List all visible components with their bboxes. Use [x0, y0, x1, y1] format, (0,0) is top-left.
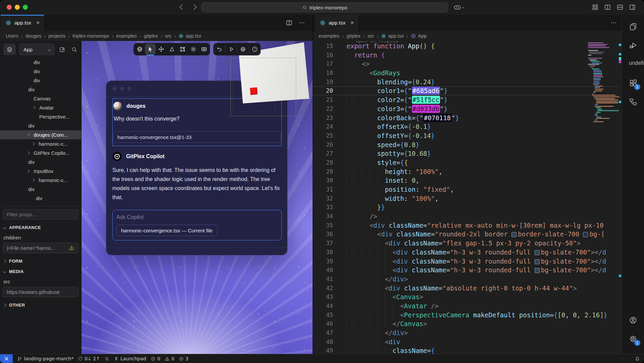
- tree-item-div[interactable]: div: [0, 67, 81, 76]
- tree-item-div[interactable]: div: [0, 194, 81, 203]
- code-line-39[interactable]: 39 <div className="h-3 w-3 rounded-full …: [313, 257, 619, 266]
- tree-item-harmonic-c[interactable]: harmonic-c...: [0, 139, 81, 148]
- cursor-tool-button[interactable]: [145, 44, 156, 55]
- remote-indicator[interactable]: [0, 354, 13, 363]
- code-line-38[interactable]: 38 <div className="h-3 w-3 rounded-full …: [313, 248, 619, 257]
- code-line-33[interactable]: 33 }}: [313, 203, 619, 212]
- status-error-0[interactable]: 0: [151, 356, 160, 361]
- forward-icon[interactable]: [191, 3, 199, 11]
- section-media[interactable]: MEDIA: [3, 269, 81, 274]
- code-line-18[interactable]: 18 <GodRays: [313, 69, 619, 78]
- close-window-button[interactable]: [7, 5, 12, 10]
- scene-viewport[interactable]: ? douges Why doesn't this converge? harm…: [82, 41, 313, 354]
- code-editor[interactable]: Open in Triplex 15export function App() …: [313, 41, 619, 354]
- tree-item-perspective[interactable]: Perspective...: [0, 112, 81, 121]
- status-compare[interactable]: [104, 356, 109, 361]
- breadcrumb-item[interactable]: examples: [116, 33, 137, 39]
- code-line-23[interactable]: 23 colorBack={"#070118"}: [313, 114, 619, 123]
- chevron-right-icon[interactable]: [26, 133, 30, 137]
- search-input[interactable]: triplex-monorepo: [201, 2, 448, 12]
- code-line-34[interactable]: 34 />: [313, 212, 619, 221]
- minimize-window-button[interactable]: [15, 5, 20, 10]
- split-editor-icon[interactable]: [286, 19, 292, 26]
- help-tool-button[interactable]: ?: [249, 44, 260, 55]
- code-line-42[interactable]: 42 <div className="absolute right-0 top-…: [313, 284, 619, 293]
- code-line-46[interactable]: 46 </Canvas>: [313, 319, 619, 328]
- field-input-children[interactable]: {<File name="harmo...: [3, 243, 78, 253]
- tab-app-tsx-left[interactable]: app.tsx ×: [1, 15, 45, 31]
- tree-item-inputbox[interactable]: InputBox: [0, 167, 81, 176]
- code-line-43[interactable]: 43 <Canvas>: [313, 292, 619, 302]
- chevron-right-icon[interactable]: [26, 170, 30, 173]
- back-icon[interactable]: [178, 3, 185, 11]
- activity-references-button[interactable]: [626, 94, 641, 109]
- tab-app-tsx-right[interactable]: app.tsx ×: [315, 15, 359, 31]
- tree-item-avatar[interactable]: Avatar: [0, 103, 81, 112]
- grid-tool-button[interactable]: [199, 44, 209, 55]
- section-appearance[interactable]: APPEARANCE: [3, 225, 81, 230]
- section-other[interactable]: OTHER: [3, 303, 81, 308]
- status-branch-landing-page-march-[interactable]: landing-page-march*: [17, 356, 73, 361]
- move-tool-button[interactable]: [156, 44, 166, 55]
- breadcrumb-item[interactable]: src: [165, 33, 171, 39]
- activity-search-button[interactable]: undefined: [626, 56, 641, 72]
- breadcrumb[interactable]: examples›gitplex›src›app.tsx›App: [313, 31, 644, 41]
- code-line-15[interactable]: 15export function App() {: [313, 42, 619, 51]
- code-line-19[interactable]: 19 blending={0.24}: [313, 78, 619, 87]
- layers-icon[interactable]: [3, 44, 16, 55]
- chevron-right-icon[interactable]: [26, 151, 30, 155]
- tree-item-div[interactable]: div: [0, 185, 81, 194]
- breadcrumb-item[interactable]: app.tsx: [388, 33, 404, 39]
- tree-item-canvas[interactable]: Canvas: [0, 94, 81, 103]
- code-line-30[interactable]: 30 inset: 0,: [313, 176, 619, 185]
- tree-item-douges-com[interactable]: douges (Com...: [0, 130, 81, 139]
- breadcrumb-item[interactable]: projects: [48, 33, 65, 39]
- ask-copilot-input[interactable]: Ask Copilot harmonic-convergence.tsx — C…: [112, 210, 282, 240]
- breadcrumb-item[interactable]: douges: [25, 33, 42, 39]
- breadcrumb[interactable]: Users›douges›projects›triplex-monorepo›e…: [0, 31, 313, 41]
- minimap[interactable]: [588, 42, 619, 354]
- code-line-45[interactable]: 45 <PerspectiveCamera makeDefault positi…: [313, 311, 619, 320]
- code-line-22[interactable]: 22 color3={"#d033db"}: [313, 104, 619, 114]
- code-line-16[interactable]: 16 return (: [313, 51, 619, 60]
- tree-item-div[interactable]: div: [0, 58, 81, 67]
- more-actions-icon[interactable]: [299, 19, 305, 26]
- filter-props-input[interactable]: Filter props...: [3, 209, 78, 220]
- breadcrumb-item[interactable]: triplex-monorepo: [72, 33, 109, 39]
- sidebar-right-icon[interactable]: [629, 4, 636, 11]
- code-line-49[interactable]: 49 className={: [313, 346, 619, 354]
- code-line-41[interactable]: 41 </div>: [313, 275, 619, 284]
- code-line-48[interactable]: 48 <div: [313, 337, 619, 347]
- activity-settings-button[interactable]: 1: [626, 331, 641, 347]
- attachment-chip[interactable]: harmonic-convergence.tsx@1-33: [113, 131, 281, 143]
- layout-grid-icon[interactable]: [592, 4, 599, 11]
- tree-item-harmonic-c[interactable]: harmonic-c...: [0, 176, 81, 185]
- code-line-31[interactable]: 31 position: "fixed",: [313, 185, 619, 194]
- close-icon[interactable]: ×: [36, 19, 40, 26]
- code-line-37[interactable]: 37 <div className="flex gap-1.5 px-3 py-…: [313, 239, 619, 248]
- code-line-40[interactable]: 40 <div className="h-3 w-3 rounded-full …: [313, 266, 619, 275]
- undo-tool-button[interactable]: [214, 44, 225, 55]
- status-sync-0-2-[interactable]: 0↓ 2↑: [78, 356, 100, 361]
- breadcrumb-item[interactable]: src: [368, 33, 374, 39]
- edit-icon[interactable]: [58, 45, 66, 54]
- cone-tool-button[interactable]: [166, 44, 177, 55]
- code-line-32[interactable]: 32 width: "100%",: [313, 194, 619, 203]
- gear-tool-button[interactable]: [237, 44, 248, 55]
- activity-account-button[interactable]: [626, 312, 641, 328]
- code-line-35[interactable]: 35 <div className="relative mx-auto min-…: [313, 221, 619, 230]
- breadcrumb-item[interactable]: examples: [319, 33, 339, 39]
- section-form[interactable]: FORM: [3, 259, 81, 264]
- tree-item-div[interactable]: div: [0, 121, 81, 130]
- breadcrumb-item[interactable]: App: [418, 33, 427, 39]
- search-scene-icon[interactable]: [70, 45, 78, 54]
- breadcrumb-item[interactable]: gitplex: [144, 33, 158, 39]
- activity-run-button[interactable]: [626, 38, 641, 53]
- code-line-29[interactable]: 29 height: "100%",: [313, 167, 619, 176]
- scene-select[interactable]: App: [19, 44, 55, 55]
- close-icon[interactable]: ×: [351, 19, 354, 26]
- tree-item-div[interactable]: div: [0, 85, 81, 94]
- breadcrumb-item[interactable]: app.tsx: [185, 33, 201, 39]
- split-vertical-icon[interactable]: [604, 4, 611, 11]
- breadcrumb-item[interactable]: gitplex: [346, 33, 361, 39]
